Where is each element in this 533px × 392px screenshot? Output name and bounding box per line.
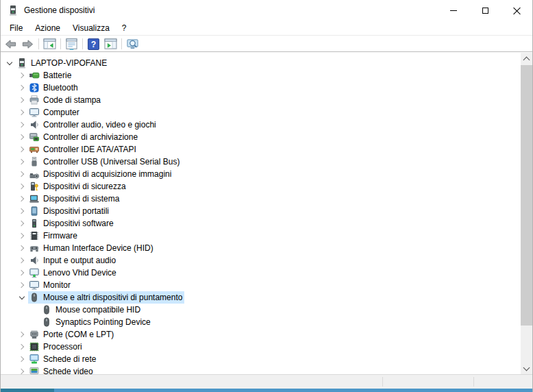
expand-chevron-icon[interactable] bbox=[16, 119, 28, 131]
expand-chevron-icon[interactable] bbox=[16, 365, 28, 374]
tree-item-mouse-compatibile-hid[interactable]: Mouse compatibile HID bbox=[1, 304, 521, 316]
bluetooth-icon bbox=[29, 82, 40, 93]
portable-device-icon bbox=[29, 206, 40, 217]
printer-icon bbox=[29, 95, 40, 106]
scrollbar-up-button[interactable] bbox=[521, 53, 532, 64]
collapse-chevron-icon[interactable] bbox=[3, 57, 16, 69]
vertical-scrollbar[interactable] bbox=[521, 53, 532, 374]
tree-item-controller-ide-ata-atapi[interactable]: Controller IDE ATA/ATAPI bbox=[1, 143, 521, 156]
tree-item-input-e-output-audio[interactable]: Input e output audio bbox=[1, 254, 521, 267]
expand-chevron-icon[interactable] bbox=[16, 353, 28, 365]
expand-chevron-icon[interactable] bbox=[16, 131, 28, 143]
expand-chevron-icon[interactable] bbox=[16, 328, 28, 341]
scrollbar-thumb[interactable] bbox=[521, 65, 532, 326]
tree-item-dispositivi-di-acquisizione-immagini[interactable]: Dispositivi di acquisizione immagini bbox=[1, 168, 521, 180]
expand-chevron-icon[interactable] bbox=[16, 94, 28, 106]
storage-controller-icon bbox=[29, 132, 40, 143]
tree-item-firmware[interactable]: Firmware bbox=[1, 230, 521, 242]
show-console-tree-button[interactable] bbox=[41, 37, 58, 51]
menu-item-file[interactable]: File bbox=[3, 22, 29, 34]
tree-item-bluetooth[interactable]: Bluetooth bbox=[1, 82, 521, 94]
tree-item-laptop-vipofane[interactable]: LAPTOP-VIPOFANE bbox=[1, 57, 521, 69]
item-content: Dispositivi di acquisizione immagini bbox=[28, 168, 173, 180]
expand-chevron-icon[interactable] bbox=[16, 254, 28, 267]
item-content: Porte (COM e LPT) bbox=[28, 328, 116, 341]
collapse-chevron-icon[interactable] bbox=[16, 291, 28, 304]
item-content: Controller di archiviazione bbox=[28, 131, 140, 143]
tree-item-schede-video[interactable]: Schede video bbox=[1, 365, 521, 374]
expand-chevron-icon[interactable] bbox=[16, 82, 28, 94]
tree-item-porte-com-e-lpt[interactable]: Porte (COM e LPT) bbox=[1, 328, 521, 341]
item-content: Bluetooth bbox=[28, 82, 80, 94]
back-arrow-button[interactable] bbox=[2, 37, 19, 51]
expand-chevron-icon[interactable] bbox=[16, 267, 28, 279]
menu-item-help[interactable]: ? bbox=[116, 22, 133, 34]
properties-button[interactable] bbox=[63, 37, 80, 51]
expand-chevron-icon[interactable] bbox=[16, 205, 28, 217]
tree-item-computer[interactable]: Computer bbox=[1, 106, 521, 119]
help-button[interactable]: ? bbox=[85, 37, 102, 51]
help-icon: ? bbox=[87, 38, 100, 50]
expand-chevron-icon[interactable] bbox=[16, 168, 28, 180]
tree-item-dispositivi-di-sistema[interactable]: Dispositivi di sistema bbox=[1, 193, 521, 205]
expand-chevron-icon[interactable] bbox=[16, 230, 28, 242]
statusbar-separator bbox=[473, 377, 474, 387]
menu-item-visualizza[interactable]: Visualizza bbox=[66, 22, 116, 34]
mouse-icon bbox=[41, 304, 52, 315]
chevron-spacer bbox=[28, 304, 40, 316]
expand-chevron-icon[interactable] bbox=[16, 143, 28, 156]
tree-item-lenovo-vhid-device[interactable]: Lenovo Vhid Device bbox=[1, 267, 521, 279]
item-content: Controller audio, video e giochi bbox=[28, 119, 158, 131]
tree-item-label: Bluetooth bbox=[43, 83, 78, 93]
expand-chevron-icon[interactable] bbox=[16, 180, 28, 193]
expand-chevron-icon[interactable] bbox=[16, 341, 28, 353]
tree-item-controller-di-archiviazione[interactable]: Controller di archiviazione bbox=[1, 131, 521, 143]
tree-item-dispositivi-di-sicurezza[interactable]: Dispositivi di sicurezza bbox=[1, 180, 521, 193]
tree-item-label: Processori bbox=[43, 342, 82, 352]
tree-item-dispositivi-portatili[interactable]: Dispositivi portatili bbox=[1, 205, 521, 217]
content-area: LAPTOP-VIPOFANEBatterieBluetoothCode di … bbox=[1, 53, 532, 374]
scan-hardware-changes-button[interactable] bbox=[124, 37, 141, 51]
tree-item-code-di-stampa[interactable]: Code di stampa bbox=[1, 94, 521, 106]
ide-controller-icon bbox=[29, 144, 40, 155]
properties-icon bbox=[65, 38, 78, 50]
expand-chevron-icon[interactable] bbox=[16, 69, 28, 82]
tree-item-monitor[interactable]: Monitor bbox=[1, 279, 521, 291]
tree-item-processori[interactable]: Processori bbox=[1, 341, 521, 353]
network-adapter-icon bbox=[29, 354, 40, 365]
item-content: Schede di rete bbox=[28, 353, 98, 365]
expand-chevron-icon[interactable] bbox=[16, 193, 28, 205]
expand-chevron-icon[interactable] bbox=[16, 217, 28, 230]
scrollbar-down-button[interactable] bbox=[521, 363, 532, 374]
security-device-icon bbox=[29, 181, 40, 192]
item-content: Synaptics Pointing Device bbox=[40, 316, 153, 328]
expand-chevron-icon[interactable] bbox=[16, 242, 28, 254]
tree-item-mouse-e-altri-dispositivi-di-puntamento[interactable]: Mouse e altri dispositivi di puntamento bbox=[1, 291, 521, 304]
item-content: Dispositivi di sistema bbox=[28, 193, 121, 205]
expand-chevron-icon[interactable] bbox=[16, 156, 28, 168]
item-content: Dispositivi software bbox=[28, 217, 116, 230]
minimize-button[interactable] bbox=[438, 0, 469, 21]
chevron-up-icon bbox=[523, 57, 530, 64]
expand-chevron-icon[interactable] bbox=[16, 106, 28, 119]
serial-port-icon bbox=[29, 329, 40, 340]
action-pane-icon bbox=[104, 38, 117, 50]
tree-item-controller-usb-universal-serial-bus[interactable]: Controller USB (Universal Serial Bus) bbox=[1, 156, 521, 168]
action-pane-button[interactable] bbox=[102, 37, 119, 51]
tree-item-batterie[interactable]: Batterie bbox=[1, 69, 521, 82]
tree-item-controller-audio-video-e-giochi[interactable]: Controller audio, video e giochi bbox=[1, 119, 521, 131]
tree-item-label: Porte (COM e LPT) bbox=[43, 330, 114, 339]
tree-item-label: Code di stampa bbox=[43, 95, 101, 105]
forward-arrow-button[interactable] bbox=[19, 37, 36, 51]
tree-item-human-interface-device-hid[interactable]: Human Interface Device (HID) bbox=[1, 242, 521, 254]
tree-item-schede-di-rete[interactable]: Schede di rete bbox=[1, 353, 521, 365]
close-button[interactable] bbox=[501, 0, 532, 21]
item-content: Lenovo Vhid Device bbox=[28, 267, 119, 279]
maximize-button[interactable] bbox=[469, 0, 501, 21]
expand-chevron-icon[interactable] bbox=[16, 279, 28, 291]
tree-item-label: Dispositivi di sicurezza bbox=[43, 182, 126, 191]
tree-item-dispositivi-software[interactable]: Dispositivi software bbox=[1, 217, 521, 230]
menu-item-azione[interactable]: Azione bbox=[29, 22, 66, 34]
scan-hardware-changes-icon bbox=[126, 38, 139, 50]
tree-item-synaptics-pointing-device[interactable]: Synaptics Pointing Device bbox=[1, 316, 521, 328]
